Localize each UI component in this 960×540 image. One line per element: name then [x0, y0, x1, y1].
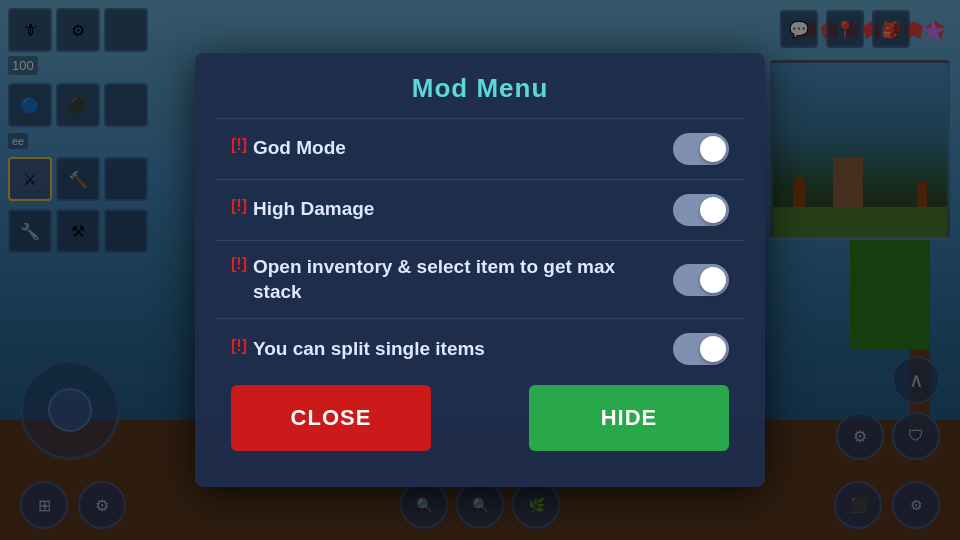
- mod-text-god-mode: God Mode: [253, 136, 346, 161]
- toggle-split[interactable]: [673, 333, 729, 365]
- mod-item-high-damage: [!] High Damage: [215, 179, 745, 240]
- modal-overlay: Mod Menu [!] God Mode [!] High Damage: [0, 0, 960, 540]
- mod-menu-title: Mod Menu: [195, 53, 765, 118]
- mod-item-god-mode: [!] God Mode: [215, 118, 745, 179]
- mod-text-high-damage: High Damage: [253, 197, 374, 222]
- toggle-god-mode[interactable]: [673, 133, 729, 165]
- toggle-max-stack[interactable]: [673, 264, 729, 296]
- mod-item-high-damage-label: [!] High Damage: [231, 197, 673, 222]
- mod-warning-1: [!]: [231, 136, 247, 154]
- mod-warning-3: [!]: [231, 255, 247, 273]
- mod-item-split-label: [!] You can split single items: [231, 337, 673, 362]
- toggle-high-damage[interactable]: [673, 194, 729, 226]
- mod-item-split: [!] You can split single items: [215, 318, 745, 379]
- mod-text-split: You can split single items: [253, 337, 485, 362]
- mod-item-god-mode-label: [!] God Mode: [231, 136, 673, 161]
- mod-item-max-stack: [!] Open inventory & select item to get …: [215, 240, 745, 318]
- mod-warning-2: [!]: [231, 197, 247, 215]
- close-button[interactable]: CLOSE: [231, 385, 431, 451]
- mod-menu-buttons: CLOSE HIDE: [215, 379, 745, 467]
- mod-warning-4: [!]: [231, 337, 247, 355]
- mod-menu-body: [!] God Mode [!] High Damage [!] Open in…: [195, 118, 765, 487]
- mod-text-max-stack: Open inventory & select item to get max …: [253, 255, 653, 304]
- hide-button[interactable]: HIDE: [529, 385, 729, 451]
- mod-menu-dialog: Mod Menu [!] God Mode [!] High Damage: [195, 53, 765, 487]
- mod-item-max-stack-label: [!] Open inventory & select item to get …: [231, 255, 673, 304]
